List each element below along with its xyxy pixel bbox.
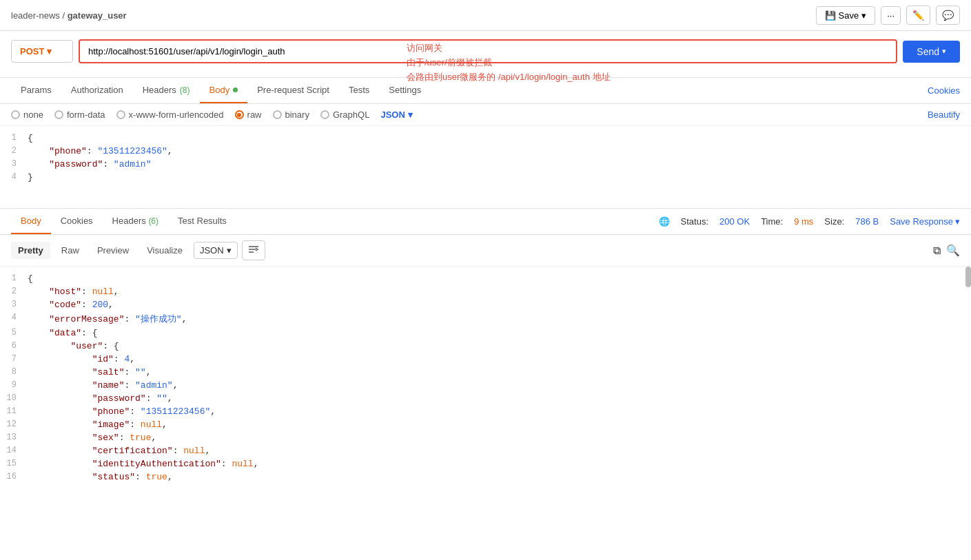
save-response-chevron-icon: ▾ bbox=[955, 216, 960, 227]
annotation-line1: 访问网关 bbox=[407, 41, 611, 56]
method-label: POST bbox=[20, 46, 44, 56]
resp-line-12: 12 "image": null, bbox=[0, 418, 971, 431]
send-chevron-icon: ▾ bbox=[942, 47, 946, 56]
top-bar: leader-news / gateway_user 💾 Save ▾ ··· … bbox=[0, 0, 971, 31]
time-label: Time: bbox=[761, 216, 783, 227]
code-line-4: 4 } bbox=[0, 171, 971, 184]
body-format-row: none form-data x-www-form-urlencoded raw… bbox=[0, 104, 971, 126]
resp-format-preview[interactable]: Preview bbox=[90, 242, 136, 259]
save-response-button[interactable]: Save Response ▾ bbox=[890, 216, 960, 227]
resp-line-16: 16 "status": true, bbox=[0, 470, 971, 484]
json-chevron-icon: ▾ bbox=[408, 110, 413, 120]
radio-urlencoded[interactable]: x-www-form-urlencoded bbox=[116, 110, 224, 120]
breadcrumb-pre: leader-news / bbox=[11, 10, 65, 21]
time-value: 9 ms bbox=[794, 216, 813, 227]
save-label: Save bbox=[839, 10, 859, 21]
wrap-icon-button[interactable] bbox=[242, 240, 265, 260]
resp-line-5: 5 "data": { bbox=[0, 326, 971, 340]
radio-raw-circle bbox=[235, 110, 244, 119]
request-section: POST ▾ 访问网关 由于/user/前缀被拦截 会路由到user微服务的 /… bbox=[0, 31, 971, 78]
url-bar: POST ▾ 访问网关 由于/user/前缀被拦截 会路由到user微服务的 /… bbox=[11, 39, 960, 63]
radio-urlencoded-circle bbox=[116, 110, 125, 119]
globe-icon: 🌐 bbox=[659, 216, 670, 227]
code-line-1: 1 { bbox=[0, 132, 971, 145]
annotation-line2: 由于/user/前缀被拦截 bbox=[407, 56, 611, 70]
size-label: Size: bbox=[824, 216, 844, 227]
resp-line-7: 7 "id": 4, bbox=[0, 353, 971, 366]
resp-line-9: 9 "name": "admin", bbox=[0, 379, 971, 392]
more-options-button[interactable]: ··· bbox=[881, 6, 901, 25]
tab-pre-request[interactable]: Pre-request Script bbox=[247, 78, 339, 103]
search-icon-button[interactable]: 🔍 bbox=[946, 244, 960, 257]
beautify-link[interactable]: Beautify bbox=[928, 110, 960, 120]
radio-none[interactable]: none bbox=[11, 110, 43, 120]
method-chevron-icon: ▾ bbox=[47, 46, 52, 56]
save-chevron-icon: ▾ bbox=[861, 10, 866, 21]
request-body-editor[interactable]: 1 { 2 "phone": "13511223456", 3 "passwor… bbox=[0, 126, 971, 209]
size-value: 786 B bbox=[855, 216, 879, 227]
json-selector[interactable]: JSON ▾ bbox=[380, 110, 412, 120]
response-section: Body Cookies Headers (6) Test Results 🌐 … bbox=[0, 209, 971, 489]
resp-format-raw[interactable]: Raw bbox=[54, 242, 86, 259]
resp-line-15: 15 "identityAuthentication": null, bbox=[0, 457, 971, 470]
radio-binary[interactable]: binary bbox=[273, 110, 309, 120]
radio-form-data-circle bbox=[54, 110, 63, 119]
scrollbar-thumb[interactable] bbox=[965, 267, 971, 287]
comment-icon-button[interactable]: 💬 bbox=[936, 6, 960, 25]
radio-raw[interactable]: raw bbox=[235, 110, 262, 120]
format-left: none form-data x-www-form-urlencoded raw… bbox=[11, 110, 413, 120]
radio-form-data[interactable]: form-data bbox=[54, 110, 105, 120]
response-format-row: Pretty Raw Preview Visualize JSON ▾ bbox=[0, 235, 971, 267]
resp-tab-test-results[interactable]: Test Results bbox=[168, 209, 236, 234]
headers-badge: (8) bbox=[180, 85, 190, 95]
code-line-2: 2 "phone": "13511223456", bbox=[0, 145, 971, 158]
resp-line-11: 11 "phone": "13511223456", bbox=[0, 405, 971, 418]
resp-format-visualize[interactable]: Visualize bbox=[140, 242, 190, 259]
resp-line-2: 2 "host": null, bbox=[0, 285, 971, 298]
resp-tab-cookies[interactable]: Cookies bbox=[51, 209, 103, 234]
status-value: 200 OK bbox=[719, 216, 750, 227]
resp-line-14: 14 "certification": null, bbox=[0, 444, 971, 457]
annotation-line3: 会路由到user微服务的 /api/v1/login/login_auth 地址 bbox=[407, 70, 611, 85]
resp-format-pretty[interactable]: Pretty bbox=[11, 242, 50, 259]
code-line-3: 3 "password": "admin" bbox=[0, 158, 971, 171]
status-label: Status: bbox=[681, 216, 708, 227]
breadcrumb: leader-news / gateway_user bbox=[11, 10, 127, 21]
response-code-area: 1 { 2 "host": null, 3 "code": 200, 4 "er… bbox=[0, 267, 971, 489]
resp-line-8: 8 "salt": "", bbox=[0, 366, 971, 379]
tab-authorization[interactable]: Authorization bbox=[61, 78, 133, 103]
top-bar-actions: 💾 Save ▾ ··· ✏️ 💬 bbox=[816, 6, 960, 25]
copy-icon-button[interactable]: ⧉ bbox=[933, 245, 941, 257]
resp-line-3: 3 "code": 200, bbox=[0, 298, 971, 311]
tab-body[interactable]: Body bbox=[200, 78, 248, 103]
method-selector[interactable]: POST ▾ bbox=[11, 40, 73, 63]
annotation-block: 访问网关 由于/user/前缀被拦截 会路由到user微服务的 /api/v1/… bbox=[407, 41, 611, 84]
edit-icon-button[interactable]: ✏️ bbox=[906, 6, 930, 25]
resp-line-10: 10 "password": "", bbox=[0, 392, 971, 405]
resp-format-left: Pretty Raw Preview Visualize JSON ▾ bbox=[11, 240, 265, 260]
resp-headers-badge: (6) bbox=[148, 216, 159, 226]
tab-tests[interactable]: Tests bbox=[339, 78, 379, 103]
resp-icons-right: ⧉ 🔍 bbox=[933, 244, 960, 257]
tab-params[interactable]: Params bbox=[11, 78, 61, 103]
save-disk-icon: 💾 bbox=[825, 10, 836, 21]
cookies-link[interactable]: Cookies bbox=[928, 85, 960, 96]
radio-graphql[interactable]: GraphQL bbox=[320, 110, 369, 120]
tab-headers[interactable]: Headers (8) bbox=[133, 78, 200, 103]
send-button[interactable]: Send ▾ bbox=[903, 41, 960, 63]
resp-json-chevron-icon: ▾ bbox=[227, 245, 232, 256]
resp-json-selector[interactable]: JSON ▾ bbox=[194, 242, 238, 259]
radio-none-circle bbox=[11, 110, 20, 119]
save-button[interactable]: 💾 Save ▾ bbox=[816, 6, 876, 25]
resp-tab-headers[interactable]: Headers (6) bbox=[103, 209, 168, 234]
resp-line-4: 4 "errorMessage": "操作成功", bbox=[0, 311, 971, 326]
send-label: Send bbox=[917, 46, 939, 57]
radio-graphql-circle bbox=[320, 110, 329, 119]
response-tabs-left: Body Cookies Headers (6) Test Results bbox=[11, 209, 236, 234]
resp-line-13: 13 "sex": true, bbox=[0, 431, 971, 444]
resp-tab-body[interactable]: Body bbox=[11, 209, 51, 234]
radio-binary-circle bbox=[273, 110, 282, 119]
resp-line-6: 6 "user": { bbox=[0, 340, 971, 353]
response-tabs-row: Body Cookies Headers (6) Test Results 🌐 … bbox=[0, 209, 971, 235]
request-tabs-left: Params Authorization Headers (8) Body Pr… bbox=[11, 78, 431, 103]
